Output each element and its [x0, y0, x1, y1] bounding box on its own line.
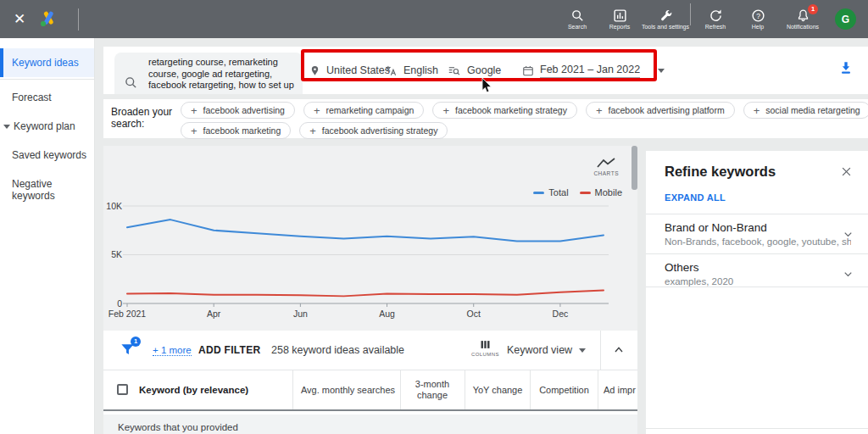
- keyword-ideas-status: 258 keyword ideas available: [271, 344, 404, 356]
- more-filters-link[interactable]: + 1 more: [153, 345, 192, 356]
- broaden-label: Broaden your search:: [111, 106, 181, 130]
- suggestion-chip[interactable]: +facebook advertising strategy: [299, 122, 448, 139]
- refine-group-brand[interactable]: Brand or Non-Brand Non-Brands, facebook,…: [665, 221, 851, 247]
- svg-text:Apr: Apr: [207, 309, 221, 319]
- chevron-down-icon[interactable]: [842, 228, 854, 241]
- legend-item-mobile[interactable]: Mobile: [580, 187, 622, 198]
- suggestion-chip[interactable]: +facebook advertising: [181, 102, 295, 119]
- add-filter-button[interactable]: ADD FILTER: [198, 344, 260, 356]
- plus-icon: +: [191, 105, 198, 116]
- view-label: Keyword view: [507, 344, 572, 356]
- divider: [646, 428, 868, 429]
- language-setting[interactable]: English: [384, 47, 438, 94]
- suggestion-chip[interactable]: +facebook advertising platform: [586, 102, 735, 119]
- sidebar-item-negative-keywords[interactable]: Negative keywords: [0, 170, 94, 210]
- broaden-search-row: Broaden your search: +facebook advertisi…: [103, 99, 868, 138]
- sidebar-item-saved-keywords[interactable]: Saved keywords: [0, 141, 94, 170]
- suggestion-chip[interactable]: +facebook marketing: [181, 122, 291, 139]
- svg-text:?: ?: [756, 11, 760, 19]
- download-button[interactable]: [837, 59, 854, 76]
- keyword-view-dropdown[interactable]: Keyword view: [507, 344, 586, 356]
- location-setting[interactable]: United States: [309, 47, 390, 94]
- trend-chart-card: CHARTS Total Mobile 05K10KFeb 2021AprJun…: [103, 146, 637, 331]
- collapse-chart-button[interactable]: [612, 343, 626, 357]
- translate-icon: [384, 64, 398, 77]
- chevron-down-icon[interactable]: [658, 69, 665, 73]
- group-title: Others: [665, 261, 851, 274]
- suggestion-chip[interactable]: +facebook marketing strategy: [432, 102, 577, 119]
- keyword-table-card: 1 + 1 more ADD FILTER 258 keyword ideas …: [103, 331, 637, 434]
- sidebar-item-forecast[interactable]: Forecast: [0, 83, 94, 112]
- refresh-action[interactable]: Refresh: [694, 8, 737, 31]
- filter-count-badge: 1: [131, 337, 141, 347]
- plus-icon: +: [191, 125, 198, 136]
- column-divider: [400, 370, 401, 409]
- avatar[interactable]: G: [835, 8, 856, 30]
- columns-icon: [479, 338, 492, 351]
- plus-icon: +: [442, 105, 449, 116]
- refine-keywords-panel: Refine keywords EXPAND ALL Brand or Non-…: [646, 151, 868, 434]
- close-icon[interactable]: [840, 165, 853, 178]
- divider: [600, 331, 601, 370]
- chip-label: remarketing campaign: [326, 105, 415, 115]
- close-icon[interactable]: ✕: [14, 10, 25, 28]
- sidebar-item-label: Keyword plan: [14, 120, 75, 132]
- topbar-actions: Search Reports Tools and settings Refres…: [556, 3, 868, 36]
- sidebar-divider: [0, 79, 94, 80]
- action-label: Notifications: [787, 24, 819, 31]
- sidebar-item-keyword-ideas[interactable]: Keyword ideas: [0, 48, 94, 77]
- topbar-left: ✕: [0, 8, 79, 31]
- location-pin-icon: [309, 64, 320, 77]
- reports-icon: [613, 8, 627, 23]
- chip-label: facebook advertising platform: [608, 105, 724, 115]
- expand-all-link[interactable]: EXPAND ALL: [665, 192, 726, 203]
- help-action[interactable]: ? Help: [737, 8, 779, 31]
- date-range-value: Feb 2021 – Jan 2022: [540, 64, 640, 78]
- action-label: Reports: [609, 24, 631, 31]
- plus-icon: +: [314, 105, 320, 116]
- scrollbar-thumb[interactable]: [632, 146, 637, 190]
- keyword-search-input[interactable]: retargeting course, remarketing course, …: [114, 53, 303, 94]
- column-header-avg-searches[interactable]: Avg. monthly searches: [297, 385, 395, 395]
- network-setting[interactable]: Google: [448, 47, 501, 94]
- column-header-ad-impr[interactable]: Ad impr: [604, 385, 636, 395]
- search-targeting-bar: retargeting course, remarketing course, …: [103, 47, 868, 94]
- suggestion-chip[interactable]: +social media retargeting: [743, 102, 868, 119]
- google-ads-logo: [37, 9, 59, 30]
- location-value: United States: [326, 64, 390, 76]
- column-header-3-month[interactable]: 3-month change: [404, 379, 460, 401]
- svg-text:Jun: Jun: [293, 309, 308, 319]
- columns-button[interactable]: COLUMNS: [471, 338, 499, 357]
- search-action[interactable]: Search: [556, 8, 598, 31]
- chip-label: social media retargeting: [765, 105, 860, 115]
- suggestion-chips: +facebook advertising +remarketing campa…: [181, 102, 868, 139]
- tools-settings-action[interactable]: Tools and settings: [641, 8, 690, 31]
- refine-group-others[interactable]: Others examples, 2020: [665, 261, 851, 287]
- select-all-checkbox[interactable]: [117, 384, 128, 395]
- column-divider: [530, 370, 531, 409]
- column-divider: [598, 370, 598, 409]
- group-subtitle: Non-Brands, facebook, google, youtube, s…: [665, 236, 851, 247]
- svg-text:10K: 10K: [106, 201, 122, 211]
- date-range-setting[interactable]: Feb 2021 – Jan 2022: [522, 47, 665, 94]
- reports-action[interactable]: Reports: [598, 8, 641, 31]
- column-header-yoy[interactable]: YoY change: [468, 385, 527, 395]
- column-header-keyword[interactable]: Keyword (by relevance): [139, 385, 248, 395]
- action-label: Help: [752, 24, 764, 31]
- suggestion-chip[interactable]: +remarketing campaign: [303, 102, 424, 119]
- table-section-row: Keywords that you provided: [103, 415, 637, 434]
- svg-text:Oct: Oct: [467, 309, 481, 319]
- legend-swatch: [580, 192, 591, 194]
- group-title: Brand or Non-Brand: [665, 221, 851, 234]
- column-header-competition[interactable]: Competition: [533, 385, 595, 395]
- line-chart-icon: [597, 158, 615, 169]
- sidebar-item-keyword-plan[interactable]: Keyword plan: [0, 112, 94, 141]
- search-icon: [125, 76, 137, 89]
- legend-item-total[interactable]: Total: [533, 187, 568, 198]
- notifications-action[interactable]: Notifications 1: [779, 8, 826, 31]
- charts-button[interactable]: CHARTS: [593, 158, 619, 176]
- action-label: Search: [568, 24, 587, 31]
- help-icon: ?: [751, 8, 765, 23]
- calendar-icon: [522, 64, 534, 77]
- chevron-down-icon[interactable]: [842, 268, 854, 281]
